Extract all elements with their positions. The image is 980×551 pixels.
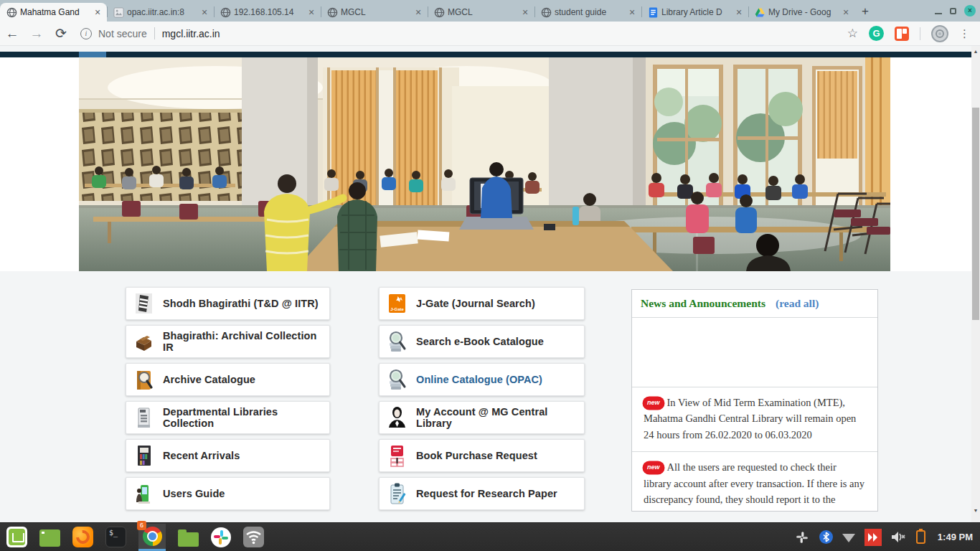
link-label: Archive Catalogue [163, 374, 255, 385]
slack-tray-icon[interactable] [794, 529, 810, 545]
tab-title: MGCL [341, 7, 410, 17]
globe-icon [327, 7, 338, 18]
link-label: Request for Research Paper [416, 488, 557, 499]
tab-ip-address[interactable]: 192.168.105.14 × [214, 3, 321, 22]
window-minimize-button[interactable] [935, 13, 942, 14]
tab-title: student guide [555, 7, 624, 17]
address-bar[interactable]: i Not secure mgcl.iitr.ac.in [80, 27, 847, 39]
grammarly-extension-icon[interactable]: G [869, 26, 884, 41]
google-drive-icon [755, 7, 765, 18]
screenshot-extension-icon[interactable] [895, 27, 909, 41]
person-silhouette-icon [387, 406, 407, 429]
red-book-form-icon [387, 444, 407, 467]
image-placeholder-icon [113, 7, 124, 18]
anydesk-tray-icon[interactable] [864, 529, 882, 546]
network-tool-launcher[interactable] [243, 527, 264, 547]
site-navbar [0, 52, 971, 57]
google-docs-icon [648, 7, 659, 18]
link-label: Shodh Bhagirathi (T&D @ IITR) [163, 298, 319, 309]
news-read-all-link[interactable]: (read all) [776, 297, 819, 310]
scroll-down-arrow[interactable]: ▼ [971, 507, 980, 515]
toolbar-separator [920, 27, 920, 40]
link-archive-catalogue[interactable]: Archive Catalogue [126, 363, 330, 396]
globe-icon [434, 7, 445, 18]
terminal-launcher[interactable]: $_ [105, 527, 126, 547]
new-tab-button[interactable]: + [855, 3, 875, 22]
wifi-icon [243, 527, 264, 547]
show-desktop-button[interactable] [39, 529, 60, 547]
scroll-up-arrow[interactable]: ▲ [971, 47, 980, 56]
file-manager-launcher[interactable] [178, 532, 199, 547]
back-button[interactable]: ← [0, 26, 24, 42]
network-tray-icon[interactable] [842, 534, 855, 542]
link-label: Departmental Libraries Collection [163, 406, 322, 429]
scrollbar-thumb[interactable] [972, 108, 979, 320]
mint-menu-button[interactable] [6, 527, 27, 547]
link-archival-collection[interactable]: Bhagirathi: Archival Collection IR [126, 325, 330, 358]
news-item-text: In View of Mid Term Examination (MTE), M… [644, 397, 856, 441]
tab-close-icon[interactable]: × [520, 7, 530, 17]
tab-close-icon[interactable]: × [199, 7, 209, 17]
slack-icon [211, 527, 231, 547]
profile-avatar[interactable] [931, 25, 948, 42]
url-text: mgcl.iitr.ac.in [162, 28, 220, 39]
magnifier-books-icon [387, 330, 407, 353]
tab-title: 192.168.105.14 [234, 7, 303, 17]
window-restore-button[interactable] [950, 8, 956, 14]
tab-close-icon[interactable]: × [734, 7, 744, 17]
link-research-paper-request[interactable]: Request for Research Paper [379, 477, 585, 510]
battery-tray-icon[interactable] [916, 530, 925, 544]
bookshelf-icon [134, 444, 154, 467]
tab-my-drive[interactable]: My Drive - Goog × [748, 3, 855, 22]
link-opac[interactable]: Online Catalogue (OPAC) [379, 363, 585, 396]
archive-boxes-icon [134, 330, 154, 353]
tab-mgcl-1[interactable]: MGCL × [321, 3, 428, 22]
thesis-stack-icon [134, 292, 154, 315]
volume-muted-tray-icon[interactable] [891, 530, 907, 544]
link-book-purchase[interactable]: Book Purchase Request [379, 439, 585, 472]
taskbar-clock: 1:49 PM [938, 532, 973, 542]
news-scroll-gap [632, 318, 877, 387]
taskbar: $_ 6 1:49 PM [0, 522, 980, 551]
tab-mahatma-gandhi[interactable]: Mahatma Gand × [0, 3, 107, 22]
link-ebook-catalogue[interactable]: Search e-Book Catalogue [379, 325, 585, 358]
tab-title: My Drive - Goog [768, 7, 838, 17]
link-my-account[interactable]: My Account @ MG Central Library [379, 401, 585, 434]
link-label: Online Catalogue (OPAC) [416, 374, 542, 385]
tab-close-icon[interactable]: × [93, 7, 103, 17]
page-info-icon[interactable]: i [80, 28, 92, 39]
news-item: newIn View of Mid Term Examination (MTE)… [632, 387, 877, 451]
window-close-button[interactable]: × [964, 5, 976, 17]
tab-close-icon[interactable]: × [413, 7, 423, 17]
browser-menu-icon[interactable]: ⋮ [959, 27, 970, 40]
tab-close-icon[interactable]: × [627, 7, 637, 17]
bookmark-star-icon[interactable]: ☆ [847, 26, 858, 41]
tab-title: Library Article D [661, 7, 731, 17]
tab-close-icon[interactable]: × [841, 7, 851, 17]
chrome-launcher-active[interactable]: 6 [138, 524, 166, 551]
tab-mgcl-2[interactable]: MGCL × [428, 3, 534, 22]
bluetooth-tray-icon[interactable] [819, 530, 833, 544]
page-viewport: Shodh Bhagirathi (T&D @ IITR) Bhagirathi… [0, 46, 980, 522]
security-label: Not secure [98, 28, 147, 39]
library-hall-photo [79, 57, 890, 271]
page-scrollbar[interactable]: ▲ ▼ [971, 46, 980, 522]
news-panel: News and Announcements (read all) newIn … [631, 289, 878, 512]
link-label: Users Guide [163, 488, 225, 499]
link-shodh-bhagirathi[interactable]: Shodh Bhagirathi (T&D @ IITR) [126, 287, 330, 320]
tab-title: opac.iitr.ac.in:8 [127, 7, 197, 17]
link-jgate[interactable]: J-Gate J-Gate (Journal Search) [379, 287, 585, 320]
news-panel-title: News and Announcements [641, 297, 765, 310]
link-departmental-libraries[interactable]: Departmental Libraries Collection [126, 401, 330, 434]
reload-button[interactable]: ⟳ [49, 25, 73, 42]
tab-opac[interactable]: opac.iitr.ac.in:8 × [107, 3, 214, 22]
tab-close-icon[interactable]: × [306, 7, 316, 17]
slack-launcher[interactable] [211, 527, 231, 547]
link-recent-arrivals[interactable]: Recent Arrivals [126, 439, 330, 472]
forward-button[interactable]: → [24, 26, 49, 42]
firefox-launcher[interactable] [72, 527, 93, 547]
browser-tab-strip: Mahatma Gand × opac.iitr.ac.in:8 × 192.1… [0, 0, 980, 22]
tab-library-article[interactable]: Library Article D × [641, 3, 748, 22]
link-users-guide[interactable]: Users Guide [126, 477, 330, 510]
tab-student-guide[interactable]: student guide × [534, 3, 641, 22]
